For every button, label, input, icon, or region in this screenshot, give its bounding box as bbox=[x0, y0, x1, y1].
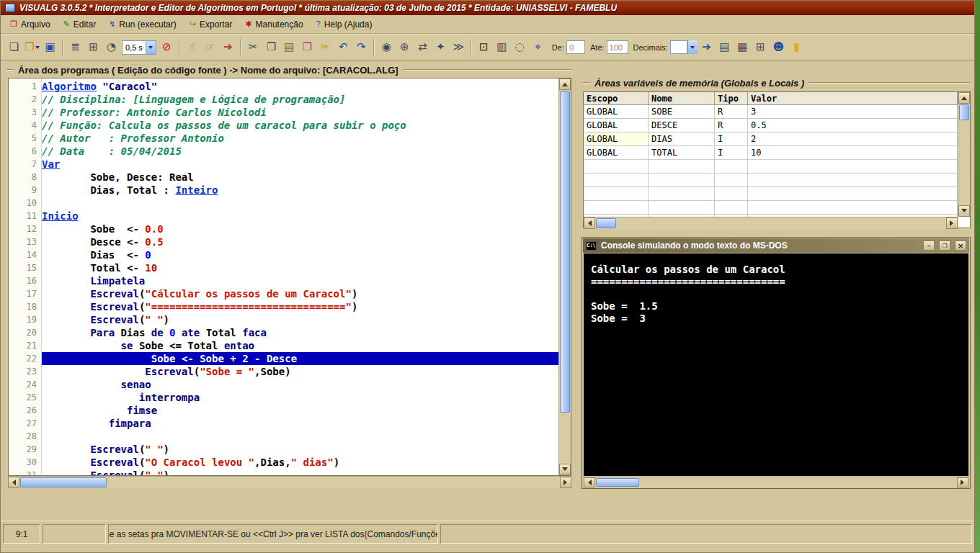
scroll-right-button[interactable] bbox=[957, 477, 968, 487]
code-line[interactable]: Dias <- 0 bbox=[42, 248, 558, 261]
editor-vertical-scrollbar[interactable] bbox=[558, 78, 571, 475]
field-decimais-input[interactable] bbox=[670, 40, 687, 54]
scroll-track[interactable] bbox=[595, 217, 946, 229]
code-line[interactable]: Sobe <- 0.0 bbox=[42, 222, 558, 235]
menu-item-help[interactable]: ?Help (Ajuda) bbox=[310, 17, 379, 32]
toolbar-button-save[interactable]: ▣ bbox=[41, 38, 59, 56]
toolbar-button-pointer[interactable]: ⌖ bbox=[529, 38, 547, 56]
code-line[interactable]: Total <- 10 bbox=[42, 261, 558, 274]
scroll-track[interactable] bbox=[595, 477, 957, 487]
toolbar-button-find-next[interactable]: ⊕ bbox=[396, 38, 414, 56]
toolbar-button-mark[interactable]: ✦ bbox=[432, 38, 450, 56]
code-line[interactable]: Algoritmo "Caracol" bbox=[42, 80, 558, 93]
menu-item-exportar[interactable]: ↪Exportar bbox=[183, 17, 239, 32]
menu-item-arquivo[interactable]: ❐Arquivo bbox=[4, 17, 57, 32]
code-editor[interactable]: 1234567891011121314151617181920212223242… bbox=[8, 78, 571, 476]
toolbar-button-duplicate[interactable]: ❒ bbox=[298, 38, 316, 56]
code-line[interactable]: senao bbox=[42, 378, 558, 391]
console-maximize-button[interactable] bbox=[939, 240, 950, 251]
code-line[interactable]: Escreval(" ") bbox=[42, 469, 558, 475]
variables-horizontal-scrollbar[interactable] bbox=[584, 217, 958, 229]
scroll-down-button[interactable] bbox=[559, 464, 571, 475]
code-line[interactable]: Escreval("O Caracol levou ",Dias," dias"… bbox=[42, 456, 558, 469]
code-line[interactable]: Var bbox=[42, 158, 558, 171]
scroll-right-button[interactable] bbox=[560, 477, 571, 488]
toolbar-button-find[interactable]: ◉ bbox=[378, 38, 396, 56]
execution-speed-select[interactable]: 0,5 s bbox=[122, 40, 156, 55]
scroll-thumb[interactable] bbox=[959, 104, 969, 120]
toolbar-button-undo[interactable]: ↶ bbox=[334, 38, 352, 56]
code-line-highlighted[interactable]: Sobe <- Sobe + 2 - Desce bbox=[42, 352, 558, 365]
scroll-thumb[interactable] bbox=[596, 218, 616, 228]
code-line[interactable]: // Data : 05/04/2015 bbox=[42, 145, 558, 158]
toolbar-button-zoom[interactable]: ◌ bbox=[511, 38, 529, 56]
title-bar[interactable]: VISUALG 3.0.5.2 * Interpretador e Editor… bbox=[1, 1, 974, 15]
scroll-left-button[interactable] bbox=[584, 477, 595, 487]
code-line[interactable]: Escreval("==============================… bbox=[42, 300, 558, 313]
field-decimais-dropdown[interactable] bbox=[687, 40, 698, 54]
scroll-up-button[interactable] bbox=[559, 78, 571, 90]
field-ate-input[interactable] bbox=[607, 40, 628, 54]
code-line[interactable]: // Professor: Antonio Carlos Nicolodi bbox=[42, 106, 558, 119]
table-row[interactable]: GLOBALTOTALI10 bbox=[584, 146, 958, 160]
code-line[interactable]: Inicio bbox=[42, 210, 558, 222]
scroll-thumb[interactable] bbox=[596, 478, 639, 487]
scroll-right-button[interactable] bbox=[946, 217, 958, 229]
toolbar-button-run-blue[interactable]: ➔ bbox=[698, 38, 716, 56]
code-line[interactable]: Limpatela bbox=[42, 274, 558, 287]
code-line[interactable]: Sobe, Desce: Real bbox=[42, 171, 558, 184]
toolbar-button-report[interactable]: ▤ bbox=[716, 38, 734, 56]
toolbar-button-paste[interactable]: ▤ bbox=[280, 38, 298, 56]
console-horizontal-scrollbar[interactable] bbox=[584, 477, 968, 487]
toolbar-button-print-source[interactable]: ≣ bbox=[66, 38, 84, 56]
scroll-left-button[interactable] bbox=[584, 217, 595, 229]
toolbar-button-pause[interactable]: ☞ bbox=[201, 38, 219, 56]
menu-item-manutencao[interactable]: ✱Manutenção bbox=[239, 17, 309, 32]
toolbar-button-exit[interactable]: ▮ bbox=[788, 38, 806, 56]
code-line[interactable]: // Função: Calcula os passos de um carac… bbox=[42, 119, 558, 132]
editor-horizontal-scrollbar[interactable] bbox=[8, 476, 571, 488]
table-row[interactable]: GLOBALDESCER0.5 bbox=[584, 119, 958, 132]
toolbar-button-delete-block[interactable]: ✂ bbox=[316, 38, 334, 56]
code-line[interactable]: // Disciplina: [Linguagem e Lógica de pr… bbox=[42, 93, 558, 106]
toolbar-button-open-file[interactable]: ❐ bbox=[23, 38, 41, 56]
scroll-track[interactable] bbox=[559, 90, 571, 464]
scroll-left-button[interactable] bbox=[8, 477, 19, 488]
toolbar-button-new-file[interactable]: ❏ bbox=[5, 38, 23, 56]
toolbar-button-printer[interactable]: ▥ bbox=[493, 38, 511, 56]
toolbar-button-about[interactable]: ☻ bbox=[770, 38, 788, 56]
toolbar-button-cut[interactable]: ✂ bbox=[244, 38, 262, 56]
code-line[interactable] bbox=[42, 197, 558, 210]
code-line[interactable]: se Sobe <= Total entao bbox=[42, 339, 558, 352]
toolbar-button-windows[interactable]: ⊞ bbox=[84, 38, 102, 56]
console-close-button[interactable] bbox=[955, 240, 966, 251]
toolbar-button-copy[interactable]: ❐ bbox=[262, 38, 280, 56]
scroll-thumb[interactable] bbox=[20, 477, 107, 487]
toolbar-button-stop[interactable]: ⊘ bbox=[158, 38, 176, 56]
code-line[interactable]: fimse bbox=[42, 404, 558, 417]
scroll-track[interactable] bbox=[19, 477, 560, 488]
menu-item-run[interactable]: ↯Run (executar) bbox=[102, 17, 183, 32]
toolbar-button-step[interactable]: ☝ bbox=[183, 38, 201, 56]
code-line[interactable]: Para Dias de 0 ate Total faca bbox=[42, 326, 558, 339]
table-row[interactable]: GLOBALSOBER3 bbox=[584, 105, 958, 119]
console-title-bar[interactable]: Console simulando o modo texto do MS-DOS bbox=[583, 238, 969, 253]
toolbar-button-replace[interactable]: ⇄ bbox=[414, 38, 432, 56]
scroll-track[interactable] bbox=[958, 104, 970, 205]
scroll-thumb[interactable] bbox=[560, 91, 570, 413]
code-line[interactable]: // Autor : Professor Antonio bbox=[42, 132, 558, 145]
toolbar-button-run-to-cursor[interactable]: ➔ bbox=[219, 38, 237, 56]
toolbar-button-dos-screen[interactable]: ⊡ bbox=[475, 38, 493, 56]
toolbar-button-redo[interactable]: ↷ bbox=[352, 38, 370, 56]
menu-item-editar[interactable]: ✎Editar bbox=[57, 17, 103, 32]
toolbar-button-timer[interactable]: ◔ bbox=[102, 38, 120, 56]
field-de-input[interactable] bbox=[566, 40, 585, 54]
code-line[interactable]: Dias, Total : Inteiro bbox=[42, 184, 558, 197]
toolbar-button-indent[interactable]: ≫ bbox=[450, 38, 468, 56]
code-line[interactable]: Desce <- 0.5 bbox=[42, 235, 558, 248]
code-line[interactable]: Escreval("Cálcular os passos de um Carac… bbox=[42, 287, 558, 300]
code-line[interactable] bbox=[42, 430, 558, 443]
code-line[interactable]: Escreval("Sobe = ",Sobe) bbox=[42, 365, 558, 378]
code-line[interactable]: Escreval(" ") bbox=[42, 313, 558, 326]
toolbar-button-calculator[interactable]: ▦ bbox=[734, 38, 752, 56]
